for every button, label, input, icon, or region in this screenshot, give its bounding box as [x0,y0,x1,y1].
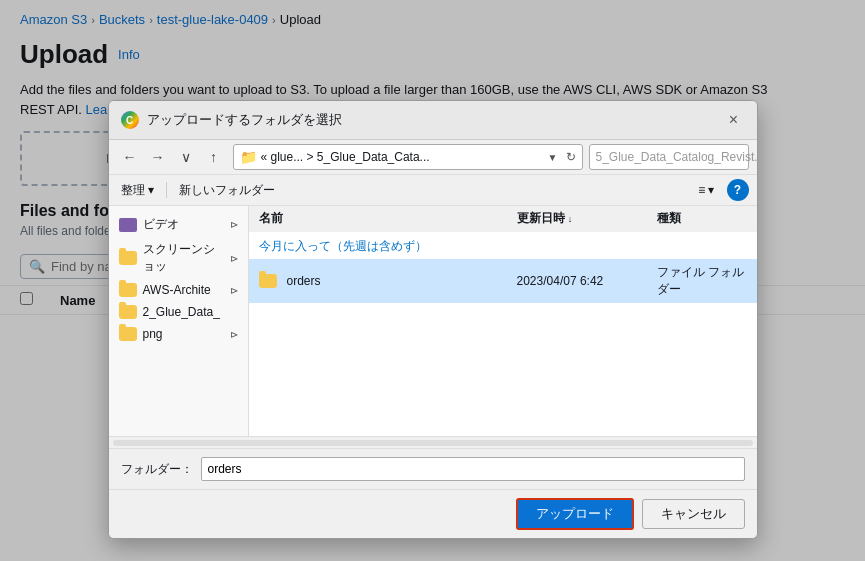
sidebar-glue-label: 2_Glue_Data_ [143,305,220,319]
orders-folder-icon [259,274,277,288]
sidebar-video-label: ビデオ [143,216,179,233]
sidebar-item-video[interactable]: ビデオ ⊳ [109,212,248,237]
upload-button[interactable]: アップロード [516,498,634,530]
sidebar-screenshots-label: スクリーンショッ [143,241,224,275]
view-icon: ≡ ▾ [698,183,714,197]
scrollbar-track[interactable] [113,440,753,446]
file-name-orders: orders [287,274,507,288]
screenshot-folder-icon [119,251,137,265]
sort-arrow: ↓ [568,214,573,224]
png-folder-icon [119,327,137,341]
address-bar[interactable]: 📁 « glue... > 5_Glue_Data_Cata... ▼ ↻ [233,144,583,170]
folder-picker-dialog: C アップロードするフォルダを選択 × ← → ∨ ↑ 📁 « glue... … [108,100,758,539]
video-folder-icon [119,218,137,232]
help-button[interactable]: ? [727,179,749,201]
file-type-orders: ファイル フォルダー [657,264,747,298]
dialog-action-toolbar: 整理 ▾ 新しいフォルダー ≡ ▾ ? [109,175,757,206]
dialog-buttons: アップロード キャンセル [109,489,757,538]
sidebar-item-png[interactable]: png ⊳ [109,323,248,345]
file-col-type: 種類 [657,210,747,227]
view-options-button[interactable]: ≡ ▾ [692,181,720,199]
dialog-sidebar: ビデオ ⊳ スクリーンショッ ⊳ AWS-Archite ⊳ [109,206,249,436]
dialog-title: アップロードするフォルダを選択 [147,111,715,129]
dialog-folder-row: フォルダー： [109,448,757,489]
aws-folder-icon [119,283,137,297]
sidebar-pin-0: ⊳ [230,219,238,230]
dialog-search-placeholder: 5_Glue_Data_Catalog_Revist... [596,150,758,164]
dialog-close-button[interactable]: × [723,109,745,131]
file-col-name: 名前 [259,210,507,227]
dialog-scrollbar-area [109,436,757,448]
dialog-file-list: 名前 更新日時 ↓ 種類 今月に入って（先週は含めず） orders [249,206,757,436]
dialog-titlebar: C アップロードするフォルダを選択 × [109,101,757,140]
sidebar-pin-4: ⊳ [230,329,238,340]
page-background: Amazon S3 › Buckets › test-glue-lake-040… [0,0,865,561]
sidebar-item-screenshots[interactable]: スクリーンショッ ⊳ [109,237,248,279]
sidebar-item-glue-data[interactable]: 2_Glue_Data_ [109,301,248,323]
dialog-search-box[interactable]: 5_Glue_Data_Catalog_Revist... 🔍 [589,144,749,170]
dialog-overlay: C アップロードするフォルダを選択 × ← → ∨ ↑ 📁 « glue... … [0,0,865,561]
cancel-button[interactable]: キャンセル [642,499,745,529]
nav-forward-button[interactable]: → [145,144,171,170]
sidebar-pin-1: ⊳ [230,253,238,264]
nav-down-button[interactable]: ∨ [173,144,199,170]
dialog-body: ビデオ ⊳ スクリーンショッ ⊳ AWS-Archite ⊳ [109,206,757,436]
file-section-label: 今月に入って（先週は含めず） [249,232,757,259]
sidebar-aws-label: AWS-Archite [143,283,211,297]
folder-input[interactable] [201,457,745,481]
new-folder-button[interactable]: 新しいフォルダー [175,180,279,201]
dialog-nav-toolbar: ← → ∨ ↑ 📁 « glue... > 5_Glue_Data_Cata..… [109,140,757,175]
toolbar-separator [166,182,167,198]
address-path: « glue... > 5_Glue_Data_Cata... [261,150,544,164]
file-date-orders: 2023/04/07 6:42 [517,274,647,288]
sidebar-png-label: png [143,327,163,341]
chrome-icon: C [121,111,139,129]
glue-folder-icon [119,305,137,319]
address-folder-icon: 📁 [240,149,257,165]
address-refresh-button[interactable]: ↻ [566,150,576,164]
file-row-orders[interactable]: orders 2023/04/07 6:42 ファイル フォルダー [249,259,757,303]
nav-back-button[interactable]: ← [117,144,143,170]
address-dropdown-icon[interactable]: ▼ [548,152,558,163]
organize-button[interactable]: 整理 ▾ [117,180,158,201]
file-list-header: 名前 更新日時 ↓ 種類 [249,206,757,232]
file-col-date: 更新日時 ↓ [517,210,647,227]
folder-label: フォルダー： [121,461,193,478]
sidebar-item-aws-archite[interactable]: AWS-Archite ⊳ [109,279,248,301]
sidebar-pin-2: ⊳ [230,285,238,296]
nav-up-button[interactable]: ↑ [201,144,227,170]
